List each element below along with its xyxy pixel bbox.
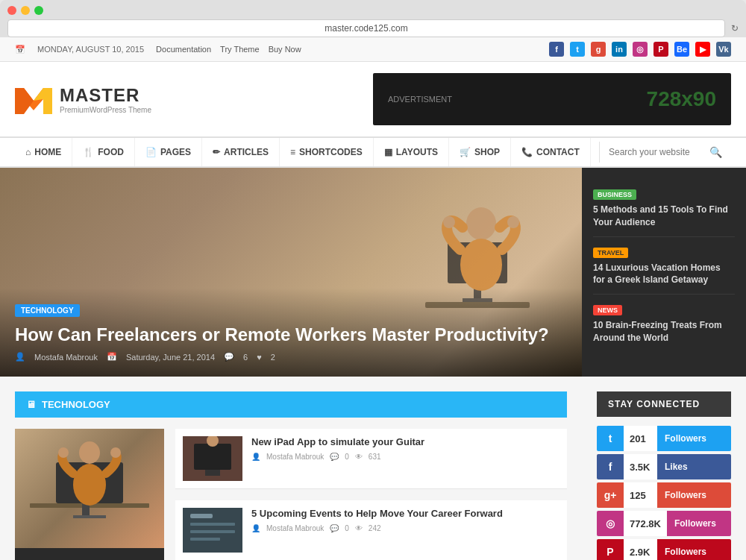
featured-post[interactable]: How Can Freelancers or Remote Workers Ma… [15, 429, 164, 560]
hero-category-badge[interactable]: TECHNOLOGY [15, 304, 80, 317]
calendar-icon: 📅 [15, 45, 25, 54]
try-theme-link[interactable]: Try Theme [220, 45, 260, 54]
technology-label: TECHNOLOGY [42, 399, 110, 410]
sidebar-post-2[interactable]: TRAVEL 14 Luxurious Vacation Homes for a… [593, 237, 735, 295]
twitter-stat[interactable]: t 201 Followers [597, 426, 731, 451]
instagram-stat-icon: ◎ [597, 511, 624, 536]
author-icon-2: 👤 [251, 524, 260, 532]
post-comments-2: 0 [345, 524, 349, 532]
post-item-1[interactable]: New iPad App to simulate your Guitar 👤 M… [175, 429, 567, 489]
site-tagline: PremiumWordPress Theme [60, 106, 151, 114]
svg-rect-14 [73, 515, 106, 518]
views-icon-1: 👁 [355, 453, 363, 461]
contact-icon: 📞 [521, 147, 533, 157]
hero-likes: 2 [271, 353, 275, 362]
nav-shortcodes[interactable]: ≡ SHORTCODES [280, 138, 374, 166]
articles-icon: ✏ [213, 147, 220, 157]
nav-food[interactable]: 🍴 FOOD [72, 138, 135, 166]
hero-comments: 6 [243, 353, 248, 362]
author-icon: 👤 [15, 352, 25, 362]
technology-section-header: 🖥 TECHNOLOGY [15, 391, 567, 418]
business-badge: BUSINESS [593, 189, 636, 200]
documentation-link[interactable]: Documentation [156, 45, 211, 54]
svg-point-18 [110, 447, 121, 458]
sidebar-post-3-title: 10 Brain-Freezing Treats From Around the… [593, 319, 735, 345]
search-input[interactable] [609, 147, 706, 157]
address-bar[interactable]: master.code125.com [7, 19, 725, 37]
logo-text: MASTER PremiumWordPress Theme [60, 85, 151, 114]
facebook-stat-icon: f [597, 454, 624, 479]
post-item-2[interactable]: 5 Upcoming Events to Help Move Your Care… [175, 500, 567, 560]
nav-contact[interactable]: 📞 CONTACT [511, 138, 591, 166]
behance-icon[interactable]: Be [674, 42, 689, 57]
post-author-2: Mostafa Mabrouk [266, 524, 324, 532]
maximize-dot[interactable] [34, 6, 43, 15]
calendar-meta-icon: 📅 [107, 352, 117, 362]
googleplus-icon[interactable]: g [591, 42, 606, 57]
svg-marker-1 [15, 88, 34, 114]
instagram-stat[interactable]: ◎ 772.8K Followers [597, 511, 731, 536]
shop-icon: 🛒 [460, 147, 471, 157]
googleplus-stat[interactable]: g+ 125 Followers [597, 482, 731, 508]
comments-icon-2: 💬 [330, 524, 339, 532]
twitter-count: 201 [624, 426, 657, 451]
svg-point-16 [73, 464, 106, 506]
sidebar-post-3[interactable]: NEWS 10 Brain-Freezing Treats From Aroun… [593, 295, 735, 352]
close-dot[interactable] [7, 6, 16, 15]
facebook-stat[interactable]: f 3.5K Likes [597, 454, 731, 479]
googleplus-count: 125 [624, 482, 657, 508]
reload-icon[interactable]: ↻ [731, 23, 739, 34]
nav-search-area: 🔍 [599, 142, 731, 163]
news-badge: NEWS [593, 305, 622, 315]
ad-banner: ADVERTISMENT 728x90 [373, 73, 731, 125]
facebook-icon[interactable]: f [549, 42, 564, 57]
comments-icon-1: 💬 [330, 453, 339, 461]
featured-post-image [15, 429, 164, 548]
logo-area: MASTER PremiumWordPress Theme [15, 84, 151, 114]
facebook-label: Likes [657, 454, 731, 479]
ad-size: 728x90 [647, 87, 716, 111]
hero-main: TECHNOLOGY How Can Freelancers or Remote… [0, 168, 582, 377]
pinterest-stat-icon: P [597, 539, 624, 560]
nav-pages[interactable]: 📄 PAGES [135, 138, 202, 166]
post-info-2: 5 Upcoming Events to Help Move Your Care… [251, 508, 560, 553]
content-left: 🖥 TECHNOLOGY [0, 377, 582, 560]
hero-author: Mostafa Mabrouk [34, 353, 98, 362]
nav-layouts[interactable]: ▦ LAYOUTS [374, 138, 449, 166]
minimize-dot[interactable] [21, 6, 30, 15]
buy-now-link[interactable]: Buy Now [269, 45, 301, 54]
browser-dots [7, 6, 739, 15]
hero-title[interactable]: How Can Freelancers or Remote Workers Ma… [15, 323, 567, 346]
pinterest-icon[interactable]: P [653, 42, 668, 57]
tech-grid: How Can Freelancers or Remote Workers Ma… [15, 429, 567, 560]
date-display: MONDAY, AUGUST 10, 2015 [37, 45, 144, 54]
layouts-icon: ▦ [384, 147, 392, 157]
logo-icon [15, 84, 52, 114]
vk-icon[interactable]: Vk [716, 42, 731, 57]
svg-point-17 [58, 447, 69, 458]
twitter-icon[interactable]: t [570, 42, 585, 57]
sidebar-post-2-title: 14 Luxurious Vacation Homes for a Greek … [593, 262, 735, 287]
nav-articles[interactable]: ✏ ARTICLES [202, 138, 280, 166]
svg-rect-27 [190, 514, 213, 518]
linkedin-icon[interactable]: in [612, 42, 627, 57]
instagram-count: 772.8K [624, 511, 667, 536]
food-icon: 🍴 [83, 147, 94, 157]
top-bar-left: 📅 MONDAY, AUGUST 10, 2015 Documentation … [15, 45, 301, 54]
post-list: New iPad App to simulate your Guitar 👤 M… [175, 429, 567, 560]
instagram-label: Followers [667, 511, 731, 536]
nav-shop[interactable]: 🛒 SHOP [449, 138, 511, 166]
youtube-icon[interactable]: ▶ [695, 42, 710, 57]
svg-rect-24 [190, 530, 235, 533]
svg-rect-21 [205, 470, 220, 476]
svg-rect-20 [194, 444, 231, 470]
content-right: STAY CONNECTED t 201 Followers f 3.5K Li… [582, 377, 746, 560]
pinterest-label: Followers [657, 539, 731, 560]
nav-home[interactable]: ⌂ HOME [15, 138, 72, 166]
svg-point-15 [79, 441, 100, 464]
svg-point-7 [466, 207, 496, 240]
sidebar-post-1[interactable]: BUSINESS 5 Methods and 15 Tools To Find … [593, 179, 735, 237]
instagram-icon[interactable]: ◎ [633, 42, 648, 57]
pinterest-stat[interactable]: P 2.9K Followers [597, 539, 731, 560]
search-icon[interactable]: 🔍 [709, 146, 722, 158]
